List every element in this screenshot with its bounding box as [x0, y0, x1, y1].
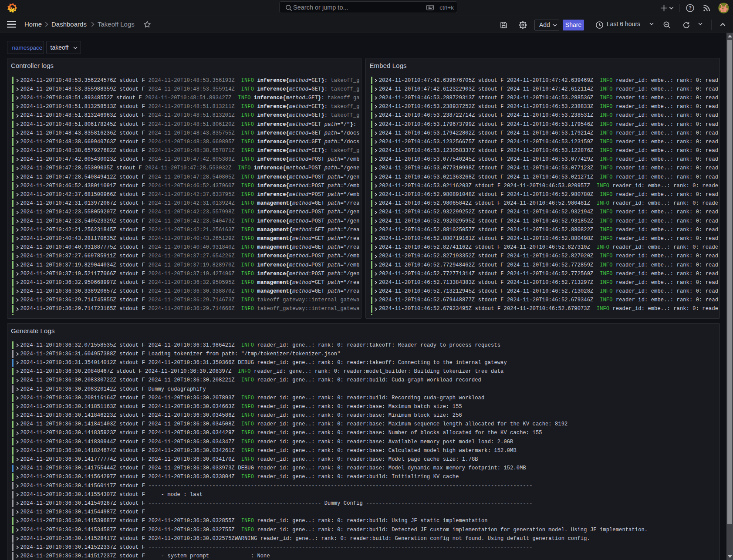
svg-text:?: ?	[689, 5, 692, 10]
